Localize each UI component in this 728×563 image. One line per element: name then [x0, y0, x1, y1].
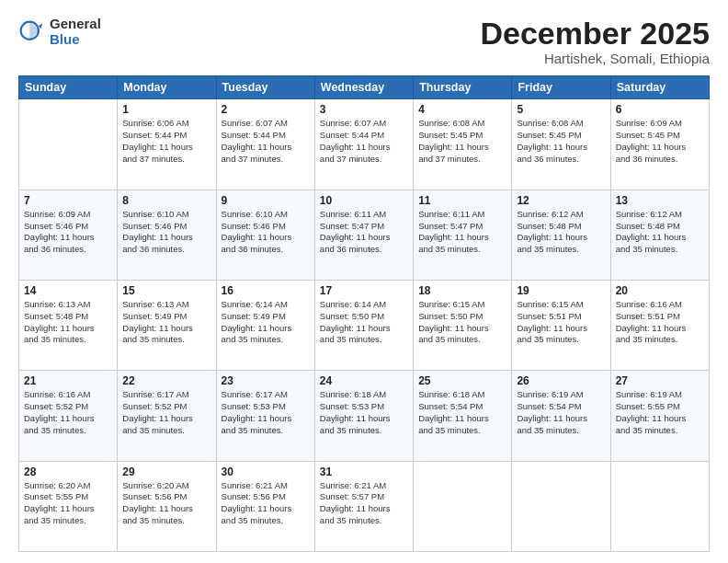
day-info: Sunrise: 6:17 AM Sunset: 5:53 PM Dayligh…: [222, 389, 310, 436]
day-info: Sunrise: 6:16 AM Sunset: 5:51 PM Dayligh…: [616, 299, 704, 346]
col-saturday: Saturday: [610, 76, 709, 99]
day-info: Sunrise: 6:10 AM Sunset: 5:46 PM Dayligh…: [222, 209, 310, 256]
logo-text: General Blue: [50, 17, 101, 47]
day-info: Sunrise: 6:09 AM Sunset: 5:45 PM Dayligh…: [616, 118, 704, 165]
calendar-week-4: 21Sunrise: 6:16 AM Sunset: 5:52 PM Dayli…: [19, 371, 710, 461]
table-row: 15Sunrise: 6:13 AM Sunset: 5:49 PM Dayli…: [118, 281, 216, 371]
table-row: 21Sunrise: 6:16 AM Sunset: 5:52 PM Dayli…: [19, 371, 118, 461]
day-info: Sunrise: 6:06 AM Sunset: 5:44 PM Dayligh…: [122, 118, 210, 165]
table-row: 28Sunrise: 6:20 AM Sunset: 5:55 PM Dayli…: [19, 461, 118, 551]
day-info: Sunrise: 6:20 AM Sunset: 5:55 PM Dayligh…: [24, 480, 112, 527]
day-number: 6: [616, 103, 704, 116]
table-row: 11Sunrise: 6:11 AM Sunset: 5:47 PM Dayli…: [414, 190, 512, 280]
table-row: 20Sunrise: 6:16 AM Sunset: 5:51 PM Dayli…: [610, 281, 709, 371]
table-row: 25Sunrise: 6:18 AM Sunset: 5:54 PM Dayli…: [414, 371, 512, 461]
day-number: 30: [222, 465, 310, 478]
day-info: Sunrise: 6:18 AM Sunset: 5:54 PM Dayligh…: [418, 389, 506, 436]
day-number: 7: [24, 194, 112, 207]
title-block: December 2025 Hartishek, Somali, Ethiopi…: [480, 17, 710, 66]
logo-general-text: General: [50, 17, 101, 32]
day-info: Sunrise: 6:07 AM Sunset: 5:44 PM Dayligh…: [320, 118, 408, 165]
day-number: 21: [24, 374, 112, 387]
day-number: 23: [222, 374, 310, 387]
table-row: 22Sunrise: 6:17 AM Sunset: 5:52 PM Dayli…: [118, 371, 216, 461]
day-number: 14: [24, 284, 112, 297]
table-row: 3Sunrise: 6:07 AM Sunset: 5:44 PM Daylig…: [314, 99, 413, 190]
col-tuesday: Tuesday: [216, 76, 314, 99]
table-row: [19, 99, 118, 190]
day-number: 17: [320, 284, 408, 297]
day-info: Sunrise: 6:08 AM Sunset: 5:45 PM Dayligh…: [517, 118, 605, 165]
table-row: 17Sunrise: 6:14 AM Sunset: 5:50 PM Dayli…: [314, 281, 413, 371]
calendar-week-3: 14Sunrise: 6:13 AM Sunset: 5:48 PM Dayli…: [19, 281, 710, 371]
day-info: Sunrise: 6:19 AM Sunset: 5:54 PM Dayligh…: [517, 389, 605, 436]
day-number: 4: [418, 103, 506, 116]
day-info: Sunrise: 6:14 AM Sunset: 5:49 PM Dayligh…: [222, 299, 310, 346]
day-info: Sunrise: 6:07 AM Sunset: 5:44 PM Dayligh…: [222, 118, 310, 165]
day-info: Sunrise: 6:09 AM Sunset: 5:46 PM Dayligh…: [24, 209, 112, 256]
day-number: 27: [616, 374, 704, 387]
table-row: 16Sunrise: 6:14 AM Sunset: 5:49 PM Dayli…: [216, 281, 314, 371]
col-thursday: Thursday: [414, 76, 512, 99]
day-number: 25: [418, 374, 506, 387]
table-row: 19Sunrise: 6:15 AM Sunset: 5:51 PM Dayli…: [512, 281, 610, 371]
table-row: 10Sunrise: 6:11 AM Sunset: 5:47 PM Dayli…: [314, 190, 413, 280]
day-info: Sunrise: 6:11 AM Sunset: 5:47 PM Dayligh…: [418, 209, 506, 256]
day-number: 10: [320, 194, 408, 207]
day-info: Sunrise: 6:08 AM Sunset: 5:45 PM Dayligh…: [418, 118, 506, 165]
calendar-header-row: Sunday Monday Tuesday Wednesday Thursday…: [19, 76, 710, 99]
calendar-week-1: 1Sunrise: 6:06 AM Sunset: 5:44 PM Daylig…: [19, 99, 710, 190]
day-number: 11: [418, 194, 506, 207]
table-row: 18Sunrise: 6:15 AM Sunset: 5:50 PM Dayli…: [414, 281, 512, 371]
main-title: December 2025: [480, 17, 710, 51]
header: General Blue December 2025 Hartishek, So…: [18, 17, 710, 66]
day-number: 18: [418, 284, 506, 297]
table-row: 23Sunrise: 6:17 AM Sunset: 5:53 PM Dayli…: [216, 371, 314, 461]
day-info: Sunrise: 6:18 AM Sunset: 5:53 PM Dayligh…: [320, 389, 408, 436]
day-number: 5: [517, 103, 605, 116]
day-number: 29: [122, 465, 210, 478]
day-info: Sunrise: 6:12 AM Sunset: 5:48 PM Dayligh…: [517, 209, 605, 256]
table-row: 30Sunrise: 6:21 AM Sunset: 5:56 PM Dayli…: [216, 461, 314, 551]
day-number: 31: [320, 465, 408, 478]
table-row: [610, 461, 709, 551]
col-monday: Monday: [118, 76, 216, 99]
day-info: Sunrise: 6:12 AM Sunset: 5:48 PM Dayligh…: [616, 209, 704, 256]
day-info: Sunrise: 6:16 AM Sunset: 5:52 PM Dayligh…: [24, 389, 112, 436]
day-number: 16: [222, 284, 310, 297]
table-row: 14Sunrise: 6:13 AM Sunset: 5:48 PM Dayli…: [19, 281, 118, 371]
table-row: 8Sunrise: 6:10 AM Sunset: 5:46 PM Daylig…: [118, 190, 216, 280]
table-row: 12Sunrise: 6:12 AM Sunset: 5:48 PM Dayli…: [512, 190, 610, 280]
day-info: Sunrise: 6:21 AM Sunset: 5:57 PM Dayligh…: [320, 480, 408, 527]
day-number: 19: [517, 284, 605, 297]
table-row: 9Sunrise: 6:10 AM Sunset: 5:46 PM Daylig…: [216, 190, 314, 280]
day-info: Sunrise: 6:11 AM Sunset: 5:47 PM Dayligh…: [320, 209, 408, 256]
table-row: 26Sunrise: 6:19 AM Sunset: 5:54 PM Dayli…: [512, 371, 610, 461]
day-info: Sunrise: 6:17 AM Sunset: 5:52 PM Dayligh…: [122, 389, 210, 436]
table-row: 29Sunrise: 6:20 AM Sunset: 5:56 PM Dayli…: [118, 461, 216, 551]
table-row: [512, 461, 610, 551]
day-info: Sunrise: 6:10 AM Sunset: 5:46 PM Dayligh…: [122, 209, 210, 256]
table-row: 2Sunrise: 6:07 AM Sunset: 5:44 PM Daylig…: [216, 99, 314, 190]
logo-icon: [18, 19, 44, 45]
day-number: 8: [122, 194, 210, 207]
day-number: 9: [222, 194, 310, 207]
day-number: 1: [122, 103, 210, 116]
day-number: 13: [616, 194, 704, 207]
table-row: 1Sunrise: 6:06 AM Sunset: 5:44 PM Daylig…: [118, 99, 216, 190]
logo: General Blue: [18, 17, 101, 47]
day-info: Sunrise: 6:21 AM Sunset: 5:56 PM Dayligh…: [222, 480, 310, 527]
table-row: 5Sunrise: 6:08 AM Sunset: 5:45 PM Daylig…: [512, 99, 610, 190]
day-info: Sunrise: 6:19 AM Sunset: 5:55 PM Dayligh…: [616, 389, 704, 436]
day-info: Sunrise: 6:13 AM Sunset: 5:49 PM Dayligh…: [122, 299, 210, 346]
day-number: 22: [122, 374, 210, 387]
day-number: 24: [320, 374, 408, 387]
day-number: 28: [24, 465, 112, 478]
table-row: 27Sunrise: 6:19 AM Sunset: 5:55 PM Dayli…: [610, 371, 709, 461]
calendar-week-2: 7Sunrise: 6:09 AM Sunset: 5:46 PM Daylig…: [19, 190, 710, 280]
day-number: 12: [517, 194, 605, 207]
day-number: 3: [320, 103, 408, 116]
col-wednesday: Wednesday: [314, 76, 413, 99]
table-row: 24Sunrise: 6:18 AM Sunset: 5:53 PM Dayli…: [314, 371, 413, 461]
day-info: Sunrise: 6:20 AM Sunset: 5:56 PM Dayligh…: [122, 480, 210, 527]
